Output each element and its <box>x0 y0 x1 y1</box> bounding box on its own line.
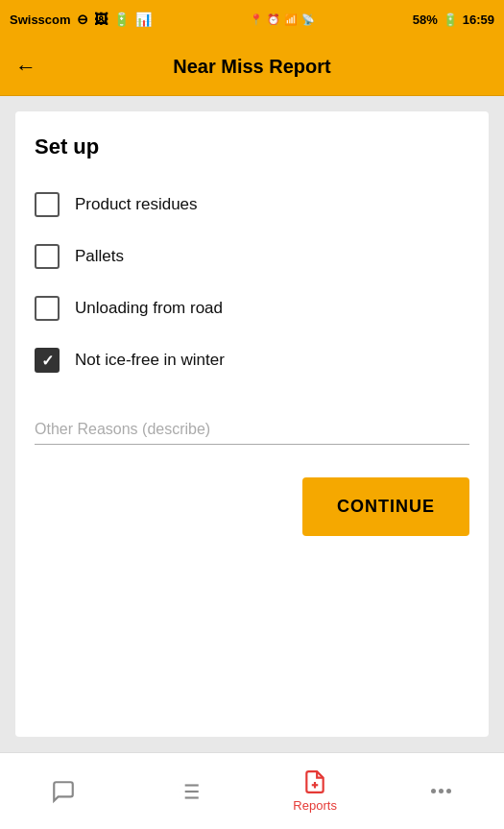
checkbox-label-pallets: Pallets <box>75 247 124 266</box>
checkbox-label-unloading-road: Unloading from road <box>75 299 223 318</box>
checkbox-label-not-ice-free: Not ice-free in winter <box>75 351 225 370</box>
checkbox-item-product-residues[interactable]: Product residues <box>35 179 469 231</box>
checkmark-icon: ✓ <box>41 352 54 370</box>
photo-icon: 🖼 <box>94 12 108 27</box>
section-title: Set up <box>35 134 469 159</box>
battery-icon: 🔋 <box>443 12 458 27</box>
card: Set up Product residues Pallets Unloadin… <box>15 111 489 737</box>
alarm-icon: ⏰ <box>267 13 280 26</box>
checkbox-item-unloading-road[interactable]: Unloading from road <box>35 282 469 334</box>
carrier-icon: ⊖ <box>77 12 88 27</box>
nav-item-list[interactable] <box>126 753 252 829</box>
clock: 16:59 <box>463 12 494 27</box>
chart-icon: 📊 <box>135 12 152 27</box>
nav-item-reports[interactable]: Reports <box>252 753 378 829</box>
continue-button[interactable]: CONTINUE <box>302 477 469 536</box>
status-icons: 📍 ⏰ 📶 📡 <box>250 13 315 26</box>
page-title: Near Miss Report <box>52 56 452 78</box>
nav-label-reports: Reports <box>293 798 337 813</box>
reports-icon <box>302 769 327 794</box>
status-right: 58% 🔋 16:59 <box>413 12 494 27</box>
checkbox-list: Product residues Pallets Unloading from … <box>35 179 469 386</box>
wifi-icon: 📶 <box>284 13 298 26</box>
status-carrier: Swisscom ⊖ 🖼 🔋 📊 <box>10 12 152 27</box>
checkbox-unloading-road[interactable] <box>35 296 60 321</box>
nav-item-more[interactable] <box>378 753 504 829</box>
checkbox-product-residues[interactable] <box>35 192 60 217</box>
content-area: Set up Product residues Pallets Unloadin… <box>0 96 504 752</box>
other-reasons-container <box>35 415 469 451</box>
battery-add-icon: 🔋 <box>113 12 130 27</box>
other-reasons-input[interactable] <box>35 415 469 445</box>
battery-level: 58% <box>413 12 438 27</box>
nav-item-chat[interactable] <box>0 753 126 829</box>
chat-icon <box>51 779 76 804</box>
checkbox-not-ice-free[interactable]: ✓ <box>35 348 60 373</box>
list-icon <box>177 779 202 804</box>
bottom-nav: Reports <box>0 752 504 829</box>
continue-button-container: CONTINUE <box>35 477 469 536</box>
checkbox-item-pallets[interactable]: Pallets <box>35 231 469 282</box>
location-icon: 📍 <box>250 13 263 26</box>
checkbox-pallets[interactable] <box>35 244 60 269</box>
checkbox-item-not-ice-free[interactable]: ✓ Not ice-free in winter <box>35 334 469 386</box>
checkbox-label-product-residues: Product residues <box>75 195 198 214</box>
more-icon <box>431 789 451 793</box>
back-button[interactable]: ← <box>15 55 36 80</box>
status-bar: Swisscom ⊖ 🖼 🔋 📊 📍 ⏰ 📶 📡 58% 🔋 16:59 <box>0 0 504 38</box>
signal-icon: 📡 <box>301 13 315 26</box>
header: ← Near Miss Report <box>0 38 504 96</box>
